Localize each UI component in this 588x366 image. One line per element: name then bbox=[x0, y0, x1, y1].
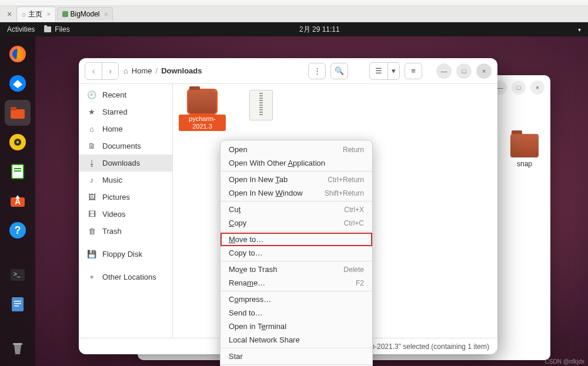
menu-item[interactable]: Move to… bbox=[220, 233, 372, 246]
menu-shortcut: Ctrl+Return bbox=[328, 176, 364, 184]
maximize-button[interactable]: □ bbox=[512, 80, 526, 95]
dock-libreoffice[interactable] bbox=[5, 159, 31, 184]
sidebar-item-downloads[interactable]: ⭳Downloads bbox=[79, 155, 172, 172]
file-label: snap bbox=[517, 160, 532, 168]
tab-label: 主页 bbox=[28, 9, 42, 19]
menu-item[interactable]: CutCtrl+X bbox=[220, 203, 372, 216]
sidebar-icon: + bbox=[87, 273, 96, 281]
svg-point-7 bbox=[16, 141, 19, 143]
watermark: CSDN @nfkjdx bbox=[545, 358, 584, 365]
sidebar-label: Downloads bbox=[102, 159, 140, 167]
menu-item[interactable]: Local Network Share bbox=[220, 333, 372, 347]
sidebar-item-floppy-disk[interactable]: 💾Floppy Disk bbox=[79, 246, 172, 263]
files-menu[interactable]: Files bbox=[44, 25, 69, 33]
menu-label: Open In New Tab bbox=[229, 175, 288, 184]
sidebar-item-music[interactable]: ♪Music bbox=[79, 172, 172, 189]
menu-item[interactable]: Copy to… bbox=[220, 246, 372, 260]
sidebar-label: Documents bbox=[102, 142, 141, 150]
dock-terminal[interactable]: >_ bbox=[5, 262, 31, 288]
breadcrumb-home[interactable]: Home bbox=[132, 66, 152, 75]
menu-item[interactable]: Open In New TabCtrl+Return bbox=[220, 173, 372, 186]
menu-item[interactable]: Compress… bbox=[220, 293, 372, 306]
minimize-button[interactable]: — bbox=[436, 63, 452, 79]
menu-item[interactable]: Open in Terminal bbox=[220, 320, 372, 333]
activities-button[interactable]: Activities bbox=[7, 25, 35, 33]
browser-tab-strip: × ⌂ 主页 × BigModel × bbox=[0, 6, 588, 22]
tab-bigmodel[interactable]: BigModel × bbox=[57, 7, 113, 21]
hamburger-button[interactable]: ≡ bbox=[405, 63, 422, 79]
menu-item[interactable]: Rename…F2 bbox=[220, 276, 372, 290]
menu-shortcut: Ctrl+X bbox=[344, 206, 364, 214]
bg-file-item[interactable]: snap bbox=[510, 134, 539, 168]
clock[interactable]: 2月 29 11:11 bbox=[70, 25, 569, 35]
search-button[interactable]: 🔍 bbox=[330, 63, 348, 79]
sidebar-item-other-locations[interactable]: +Other Locations bbox=[79, 268, 172, 286]
file-label: pycharm-2021.3 bbox=[179, 115, 226, 131]
forward-button[interactable]: › bbox=[102, 63, 118, 79]
menu-button[interactable]: ⋮ bbox=[308, 63, 326, 79]
close-tab-icon[interactable]: × bbox=[47, 11, 51, 18]
sidebar-item-trash[interactable]: 🗑Trash bbox=[79, 223, 172, 240]
dock-text-editor[interactable] bbox=[5, 291, 31, 317]
breadcrumb-current[interactable]: Downloads bbox=[161, 66, 202, 75]
svg-rect-4 bbox=[11, 107, 16, 110]
dock-rhythmbox[interactable] bbox=[5, 129, 31, 155]
sidebar-label: Floppy Disk bbox=[102, 250, 142, 258]
sidebar-item-starred[interactable]: ★Starred bbox=[79, 103, 172, 120]
menu-shortcut: Return bbox=[343, 146, 364, 154]
system-menu-icon[interactable]: ▾ bbox=[569, 26, 581, 33]
svg-rect-20 bbox=[14, 305, 19, 307]
dock-software[interactable]: A bbox=[5, 188, 31, 214]
sidebar-icon: ♪ bbox=[87, 176, 96, 184]
close-tab-icon[interactable]: × bbox=[105, 11, 108, 18]
browser-toolbar-remnant bbox=[0, 0, 588, 6]
sidebar-item-home[interactable]: ⌂Home bbox=[79, 120, 172, 137]
sidebar-item-recent[interactable]: 🕘Recent bbox=[79, 86, 172, 103]
sidebar-icon: ⭳ bbox=[87, 159, 96, 167]
folder-icon bbox=[510, 134, 539, 157]
menu-item[interactable]: Move to TrashDelete bbox=[220, 263, 372, 276]
sidebar-label: Recent bbox=[102, 90, 126, 99]
menu-item[interactable]: Send to… bbox=[220, 306, 372, 320]
nav-buttons: ‹ › bbox=[85, 62, 119, 80]
list-view-button[interactable]: ☰ bbox=[370, 63, 387, 79]
menu-label: Move to Trash bbox=[229, 265, 277, 274]
file-item-pycharm[interactable]: pycharm-2021.3 bbox=[179, 90, 226, 131]
close-button[interactable]: × bbox=[476, 63, 492, 79]
svg-rect-21 bbox=[13, 343, 22, 345]
sidebar-label: Trash bbox=[102, 227, 122, 236]
maximize-button[interactable]: □ bbox=[456, 63, 472, 79]
menu-item[interactable]: CopyCtrl+C bbox=[220, 216, 372, 230]
archive-icon bbox=[249, 90, 273, 120]
back-button[interactable]: ‹ bbox=[85, 63, 102, 79]
home-icon[interactable]: ⌂ bbox=[123, 66, 128, 75]
close-icon[interactable]: × bbox=[2, 9, 16, 19]
menu-label: Open bbox=[229, 145, 248, 154]
dock-files[interactable] bbox=[5, 100, 31, 126]
menu-item[interactable]: Star bbox=[220, 350, 372, 363]
menu-item[interactable]: Open In New WindowShift+Return bbox=[220, 186, 372, 200]
dock-help[interactable]: ? bbox=[5, 217, 31, 243]
sidebar-label: Starred bbox=[102, 108, 128, 116]
view-dropdown-button[interactable]: ▾ bbox=[387, 63, 399, 79]
sidebar-item-videos[interactable]: 🎞Videos bbox=[79, 206, 172, 223]
menu-label: Star bbox=[229, 352, 243, 361]
dock-firefox[interactable] bbox=[5, 41, 31, 67]
menu-label: Open In New Window bbox=[229, 189, 303, 197]
svg-rect-10 bbox=[14, 170, 21, 172]
dock-thunderbird[interactable] bbox=[5, 70, 31, 96]
breadcrumb-separator: / bbox=[156, 66, 158, 75]
svg-rect-17 bbox=[12, 297, 24, 311]
close-button[interactable]: × bbox=[530, 80, 544, 95]
menu-item[interactable]: Open With Other Application bbox=[220, 156, 372, 170]
view-switcher: ☰ ▾ bbox=[369, 62, 400, 80]
tab-home[interactable]: ⌂ 主页 × bbox=[16, 6, 56, 22]
sidebar-item-pictures[interactable]: 🖼Pictures bbox=[79, 189, 172, 206]
file-item-archive[interactable] bbox=[238, 90, 285, 120]
dock-trash[interactable] bbox=[5, 335, 31, 361]
sidebar-item-documents[interactable]: 🗎Documents bbox=[79, 137, 172, 155]
sidebar-label: Videos bbox=[102, 210, 126, 219]
menu-label: Open in Terminal bbox=[229, 322, 286, 331]
menu-item[interactable]: OpenReturn bbox=[220, 143, 372, 156]
sidebar-label: Other Locations bbox=[102, 273, 156, 281]
